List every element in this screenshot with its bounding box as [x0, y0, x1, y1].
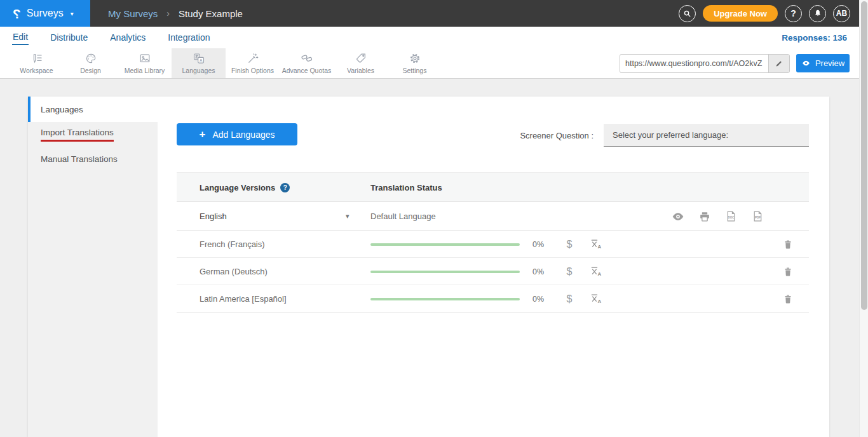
breadcrumb-survey-title: Study Example: [179, 8, 243, 19]
auto-translate-icon[interactable]: A: [590, 258, 605, 285]
print-icon[interactable]: [698, 210, 711, 223]
avatar[interactable]: AB: [833, 5, 850, 22]
add-languages-button[interactable]: + Add Languages: [177, 123, 297, 145]
trash-icon: [782, 266, 794, 278]
toolbar-item-variables[interactable]: Variables: [334, 48, 388, 78]
sidebar-item-manual-translations[interactable]: Manual Translations: [28, 147, 158, 171]
breadcrumb-my-surveys[interactable]: My Surveys: [108, 8, 158, 19]
toolbar-item-label: Design: [80, 67, 101, 74]
scrollbar-thumb[interactable]: [861, 1, 867, 310]
toolbar-item-label: Advance Quotas: [282, 67, 332, 74]
magic-wand-icon: [247, 52, 259, 65]
doc-label: DOC: [728, 216, 735, 219]
export-doc-icon[interactable]: DOC: [724, 210, 738, 223]
default-language-status: Default Language: [370, 202, 436, 231]
manual-translations-label: Manual Translations: [41, 154, 118, 164]
avatar-initials: AB: [836, 9, 847, 18]
toolbar-item-finish-options[interactable]: Finish Options: [226, 48, 280, 78]
toolbar-item-design[interactable]: Design: [64, 48, 118, 78]
pdf-label: PDF: [755, 216, 761, 219]
translation-percent: 0%: [528, 231, 548, 258]
chevron-down-icon[interactable]: ▾: [346, 202, 349, 231]
translation-progress-bar: [370, 298, 520, 300]
toolbar-item-advance-quotas[interactable]: Advance Quotas: [280, 48, 334, 78]
auto-translate-icon[interactable]: A: [590, 231, 605, 258]
translation-progress-bar: [370, 271, 520, 273]
toolbar-item-label: Media Library: [125, 67, 165, 74]
tab-analytics[interactable]: Analytics: [109, 31, 146, 44]
toolbar-item-media-library[interactable]: Media Library: [118, 48, 172, 78]
edit-toolbar: Workspace Design: [0, 48, 868, 79]
paid-translation-icon[interactable]: $: [562, 231, 576, 258]
product-switcher[interactable]: ? Surveys ▾: [0, 0, 90, 27]
col-translation-status: Translation Status: [370, 173, 442, 203]
question-mark-icon: ?: [790, 8, 796, 18]
delete-language-button[interactable]: [782, 285, 794, 313]
add-languages-label: Add Languages: [212, 130, 275, 140]
translation-progress-bar: [370, 243, 520, 246]
sidebar-item-languages[interactable]: Languages: [28, 97, 158, 122]
screener-question-select[interactable]: Select your preferred language:: [604, 124, 809, 147]
breadcrumb: My Surveys › Study Example: [108, 0, 243, 27]
gear-icon: [409, 52, 421, 65]
toolbar-item-label: Settings: [403, 67, 427, 74]
screener-question-label: Screener Question :: [520, 131, 593, 140]
tag-icon: [355, 52, 367, 65]
breadcrumb-separator-icon: ›: [166, 8, 170, 18]
survey-url-box: https://www.questionpro.com/t/AO2kvZ: [620, 54, 790, 73]
delete-language-button[interactable]: [782, 231, 794, 258]
table-row-default-language: English ▾ Default Language: [177, 202, 809, 231]
trash-icon: [782, 239, 794, 250]
toolbar-item-label: Finish Options: [231, 67, 274, 74]
workspace-icon: [31, 52, 43, 65]
preview-label: Preview: [815, 58, 844, 68]
table-header: Language Versions ? Translation Status: [177, 172, 809, 202]
view-eye-icon[interactable]: [671, 210, 685, 224]
toolbar-item-languages[interactable]: A Languages: [172, 48, 226, 78]
help-button[interactable]: ?: [785, 5, 802, 22]
languages-sidebar: Languages Import Translations Manual Tra…: [28, 97, 158, 437]
tab-edit[interactable]: Edit: [12, 30, 29, 45]
sidebar-item-import-translations[interactable]: Import Translations: [28, 122, 158, 147]
notifications-button[interactable]: [809, 5, 826, 22]
search-icon: [682, 9, 692, 18]
tab-distribute[interactable]: Distribute: [50, 31, 88, 44]
upgrade-now-button[interactable]: Upgrade Now: [703, 5, 778, 22]
preview-button[interactable]: Preview: [796, 54, 850, 72]
import-translations-label: Import Translations: [41, 128, 114, 142]
edit-url-button[interactable]: [768, 55, 789, 72]
help-question-icon[interactable]: ?: [280, 183, 290, 192]
translate-a-glyph: A: [598, 271, 602, 277]
search-button[interactable]: [679, 5, 696, 22]
toolbar-item-settings[interactable]: Settings: [388, 48, 442, 78]
col-language-versions: Language Versions: [200, 183, 275, 192]
chevron-down-icon: ▾: [71, 10, 74, 17]
language-name: French (Français): [200, 231, 265, 258]
auto-translate-icon[interactable]: A: [590, 285, 605, 313]
export-pdf-icon[interactable]: PDF: [751, 210, 764, 223]
page-scrollbar[interactable]: [859, 0, 868, 437]
toolbar-item-label: Workspace: [20, 67, 53, 74]
default-language-name: English: [200, 202, 227, 231]
translation-percent: 0%: [528, 285, 548, 313]
questionpro-logo-icon: ?: [13, 7, 21, 20]
table-row-language: French (Français) 0% $ A: [177, 231, 809, 258]
languages-panel: + Add Languages Screener Question : Sele…: [158, 97, 829, 437]
palette-icon: [85, 52, 97, 65]
toolbar-item-label: Languages: [182, 67, 215, 74]
tab-integration[interactable]: Integration: [167, 31, 210, 44]
paid-translation-icon[interactable]: $: [562, 285, 576, 313]
translate-a-glyph: A: [598, 299, 602, 304]
translate-a-glyph: A: [598, 244, 602, 250]
plus-icon: +: [199, 129, 205, 140]
toolbar-item-workspace[interactable]: Workspace: [10, 48, 64, 78]
image-icon: [139, 52, 151, 65]
responses-count-link[interactable]: Responses: 136: [782, 27, 847, 48]
translate-icon: A: [193, 52, 205, 65]
translation-percent: 0%: [528, 258, 548, 285]
paid-translation-icon[interactable]: $: [562, 258, 576, 285]
survey-url-input[interactable]: https://www.questionpro.com/t/AO2kvZ: [620, 55, 768, 72]
delete-language-button[interactable]: [782, 258, 794, 285]
screener-question: Screener Question : Select your preferre…: [520, 124, 809, 147]
bell-icon: [813, 9, 822, 18]
